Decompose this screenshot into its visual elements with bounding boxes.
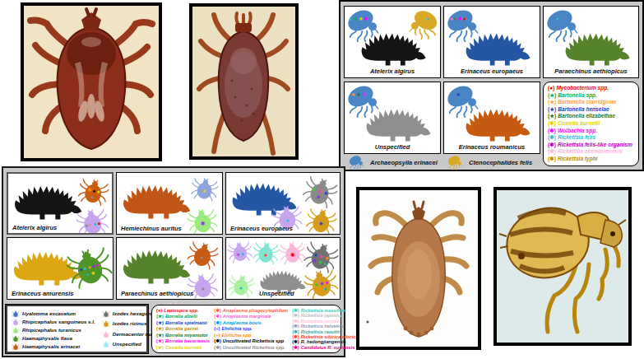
hedgehog-silhouette [11,180,83,221]
tick-icon: ●+●● [72,202,112,235]
species-label: Atelerix algirus [345,68,440,75]
legend-symbol: (★) [156,333,164,338]
legend-label: Rhipicephalus sanguineus s.l. [22,319,95,324]
legend-symbol: (✱) [548,156,556,162]
legend-item: (●) Mycobacterium spp. [548,86,634,91]
tick-dorsal-photo-1 [21,2,162,161]
pathogen-marker: ● [96,189,101,195]
host-box-unspecified: ★★✱ Unspecified [344,82,441,154]
species-label: Unspecified [259,290,294,297]
pathogen-legend-column-3: (✱) Rickettsia massiliae (✱) Rickettsia … [292,308,358,350]
host-box-atelerix-algirus-ticks: ✱●●● ●+●● Atelerix algirus [7,172,114,235]
host-box-erinaceus-amurensis: ●●●●●●★ Erinaceus amurensis [7,237,114,300]
legend-label: Mycobacterium spp. [556,86,609,91]
host-box-erinaceus-europaeus-ticks: ★★★★ ● ★ Erinaceus europaeus [225,172,341,235]
pathogen-markers: ★ [312,214,331,234]
tick-icon [12,334,20,343]
host-box-paraechinus-aethiopicus: ● Paraechinus aethiopicus [543,6,639,78]
flea-key-ctenocephalides: Ctenocephalides felis [446,155,532,170]
legend-item: Rhipicephalus sanguineus s.l. [12,318,95,326]
tick-host-panel: ✱●●● ●+●● Atelerix algirus ● [2,166,345,357]
legend-label: Unspecified [113,342,141,347]
legend-item: (✱) Anaplasma bovis [214,320,288,325]
pathogen-markers: ✱ [193,214,212,233]
pathogen-legend-column-2: (✱) Anaplasma phagocytophilum (✱) Anapla… [214,308,288,350]
flea-icon [347,155,367,170]
tick-species-legend: Hyalomma excavatum Rhipicephalus sanguin… [6,305,148,353]
tick-icon: ● [188,172,221,203]
tick-icon [12,343,20,351]
flea-illustration [497,190,628,343]
legend-item: (★) Bartonella elizabethae [548,114,634,119]
legend-label: Bartonella clarridgeiae [558,100,616,105]
legend-item: (✱) Anaplasma phagocytophilum [214,308,288,313]
hedgehog-silhouette [562,28,631,68]
legend-label: Uncultivated Rickettsia spp [223,338,284,343]
pathogen-marker: ★ [90,269,96,277]
pathogen-marker: ● [95,262,100,268]
pathogen-marker: ★ [351,92,356,98]
legend-symbol: (★) [156,314,164,319]
host-box-erinaceus-europaeus: ●●✱● Erinaceus europaeus [443,6,540,78]
flea-pathogen-legend: (●) Mycobacterium spp. (★) Bartonella sp… [543,82,639,166]
legend-item: (+) Ehrlichia spp. [214,333,288,338]
pathogen-marker: ★ [359,16,364,22]
host-box-atelerix-algirus: ●★★✱ ● Atelerix algirus [344,6,441,78]
legend-symbol: (✱) [214,308,221,313]
pathogen-marker: ● [325,279,330,286]
legend-symbol: (✱) [548,135,556,141]
pathogen-markers: ●● [233,246,248,262]
legend-symbol: (✱) [214,314,221,319]
hedgehog-silhouette [358,28,427,68]
tick-icon: ✱ [184,202,221,235]
host-box-paraechinus-aethiopicus-ticks: ● ● Paraechinus aethiopicus [116,237,223,300]
legend-symbol: (★) [156,326,164,331]
pathogen-markers: ● [545,10,570,30]
figure-canvas: ●★★✱ ● Atelerix algirus ●●✱● [0,0,644,359]
legend-item: (★) Borrelia spielmanii [156,320,210,325]
legend-item: (★) Borrelia miyamotoi [156,333,210,338]
pathogen-marker: ● [202,188,206,194]
pathogen-marker: ★ [322,189,329,197]
legend-item: (★) Borrelia afzelii [156,314,210,319]
pathogen-marker: ● [349,16,352,22]
legend-label: Rhipicephalus turanicus [22,328,81,333]
pathogen-markers: ●●✱● [446,10,470,30]
pathogen-marker: ● [323,286,328,292]
legend-item: (✱) Uncultivated Rickettsia spp. [214,345,288,350]
legend-item: (✱) Rickettsia asembonensis [548,149,634,155]
legend-symbol: (★) [156,345,164,350]
host-box-unspecified-ticks: ●● ● ✱ ★★★★★● [225,237,341,300]
flea-photo [493,187,632,346]
legend-label: Borrelia spielmanii [165,320,207,325]
legend-item: (✱) Coxiella burnetii [548,121,634,127]
legend-label: Coxiella burnetii [165,345,202,350]
tick-icon [102,319,110,328]
pathogen-marker: ✱ [364,16,368,22]
pathogen-marker: ✱ [290,251,296,258]
pathogen-marker: ✱ [200,220,206,226]
legend-item: (✱) Rickettsia felis [548,135,634,141]
pathogen-markers: ● [234,279,249,296]
species-label: Paraechinus aethiopicus [544,68,638,75]
pathogen-markers: ★ [446,86,470,105]
legend-symbol: (★) [156,320,164,325]
legend-symbol: (✱) [214,338,221,343]
pathogen-markers: ●★★✱ [346,10,371,30]
pathogen-marker: ★ [353,16,358,22]
pathogen-marker: ● [285,217,290,224]
legend-symbol: (★) [548,100,556,105]
pathogen-marker: ✱ [458,16,462,22]
legend-item: (★) Coxiella burnetii [156,345,210,350]
legend-label: Leptospira spp. [164,308,198,313]
legend-symbol: (✱) [548,121,556,127]
pathogen-marker: ✱ [362,92,366,98]
tick-icon: ●● [225,237,254,265]
legend-label: Rickettsia felis [558,135,595,141]
tick-ventral-illustration [359,190,478,347]
pathogen-markers: ★★●★● [311,276,332,298]
legend-item: (✱) Candidatus R. xuyiensis [292,345,358,350]
legend-item: Haemaphysalis erinacei [12,343,95,351]
legend-symbol: (★) [548,93,556,99]
hedgehog-silhouette [462,28,531,68]
